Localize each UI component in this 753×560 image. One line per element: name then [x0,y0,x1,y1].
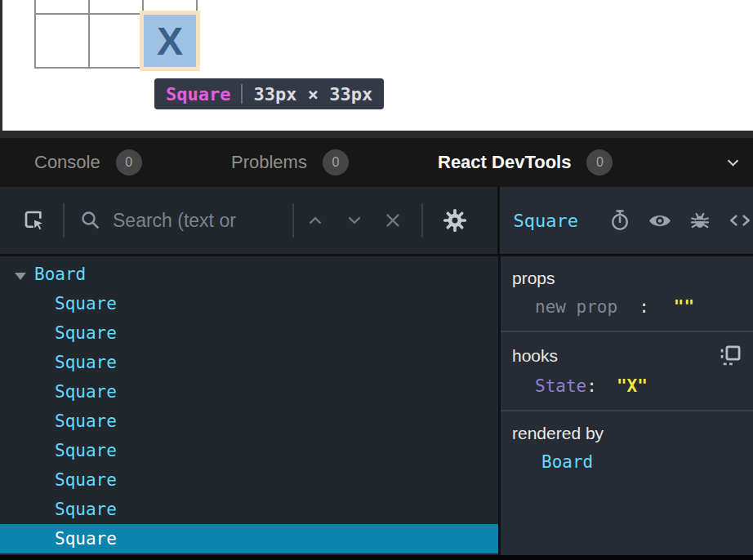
clear-icon[interactable] [381,209,404,232]
hooks-section: hooks State:"X" [501,332,753,411]
parse-hooks-icon[interactable] [719,344,742,367]
new-prop-key[interactable]: new prop [535,297,617,317]
chevron-down-icon[interactable] [722,152,743,173]
tree-row-board[interactable]: Board [0,260,498,289]
tab-console-label: Console [34,152,100,173]
toolbar-divider [292,203,294,238]
tree-row-label: Square [55,353,117,372]
react-devtools-toolbar: Square [0,187,753,254]
board-cell[interactable] [90,0,142,13]
screen: X Square 33px × 33px Console 0 Problems … [0,0,753,560]
tree-row-square[interactable]: Square [0,495,498,524]
search-icon [78,208,103,233]
tree-row-label: Square [55,470,117,490]
tree-row-square[interactable]: Square [0,465,498,495]
new-prop-value[interactable]: "" [674,297,694,317]
tooltip-dimensions: 33px × 33px [253,84,372,104]
state-hook-value[interactable]: "X" [617,376,648,396]
board-cell-inspected[interactable]: X [144,15,196,67]
tab-console[interactable]: Console 0 [34,138,142,187]
tree-row-label: Board [34,264,86,284]
bottom-edge-bar [0,555,753,560]
code-icon[interactable] [727,207,753,233]
tree-row-label: Square [55,441,117,460]
tree-row-square-selected[interactable]: Square [0,524,498,553]
chevron-up-icon[interactable] [304,209,327,232]
search-input[interactable] [113,210,292,232]
rendered-by-owner-link[interactable]: Board [512,452,593,472]
board-cell[interactable] [90,15,142,67]
inspected-component-title: Square [514,211,578,231]
chevron-down-icon[interactable] [343,209,366,232]
eye-icon[interactable] [647,207,673,233]
state-hook-row[interactable]: State:"X" [512,376,742,396]
tooltip-divider [241,84,243,104]
tab-react-devtools-label: React DevTools [438,152,571,173]
gear-icon[interactable] [442,207,468,233]
new-prop-row[interactable]: new prop:"" [512,297,742,317]
tree-row-square[interactable]: Square [0,377,498,407]
components-toolbar [0,187,500,254]
props-section: props new prop:"" [501,256,753,332]
props-header: props [512,269,555,288]
tab-problems-badge: 0 [323,149,349,176]
tree-row-label: Square [55,529,117,549]
board-cell[interactable] [36,15,88,67]
stopwatch-icon[interactable] [608,208,632,233]
devtools-drag-handle[interactable] [0,131,753,138]
react-devtools-main: Board Square Square Square Square Square… [0,256,753,555]
tab-problems[interactable]: Problems 0 [231,138,349,187]
inspect-overlay-tooltip: Square 33px × 33px [154,78,384,109]
tree-row-square[interactable]: Square [0,318,498,348]
colon: : [586,376,597,396]
browser-viewport: X Square 33px × 33px [0,0,753,131]
tree-row-square[interactable]: Square [0,407,498,436]
tree-row-label: Square [55,500,117,519]
board-cell[interactable] [144,0,196,13]
tree-row-label: Square [55,294,117,313]
tab-console-badge: 0 [116,149,142,176]
inspect-element-icon[interactable] [21,207,47,233]
tab-react-devtools[interactable]: React DevTools 0 [438,138,613,187]
tic-tac-toe-board: X [34,0,198,69]
rendered-by-section: rendered by Board [501,411,753,486]
tooltip-component-name: Square [166,84,230,104]
toolbar-divider [63,203,65,238]
board-cell[interactable] [36,0,88,13]
bug-icon[interactable] [688,208,712,233]
devtools-tabbar: Console 0 Problems 0 React DevTools 0 [0,138,753,187]
inspected-element-panel: props new prop:"" hooks [501,256,753,555]
tree-row-label: Square [55,411,117,431]
state-hook-key: State [535,376,586,396]
toolbar-divider [421,203,423,238]
tree-row-label: Square [55,382,117,402]
tree-row-square[interactable]: Square [0,436,498,465]
tab-problems-label: Problems [231,152,307,173]
rendered-by-header: rendered by [512,424,604,443]
inspected-element-header: Square [500,187,753,254]
colon: : [639,297,649,317]
hooks-header: hooks [512,346,558,366]
component-tree: Board Square Square Square Square Square… [0,256,501,555]
tree-row-square[interactable]: Square [0,289,498,318]
tab-react-devtools-badge: 0 [586,149,613,176]
tree-row-square[interactable]: Square [0,348,498,377]
tree-row-label: Square [55,323,117,343]
expand-caret-icon[interactable] [15,273,26,280]
